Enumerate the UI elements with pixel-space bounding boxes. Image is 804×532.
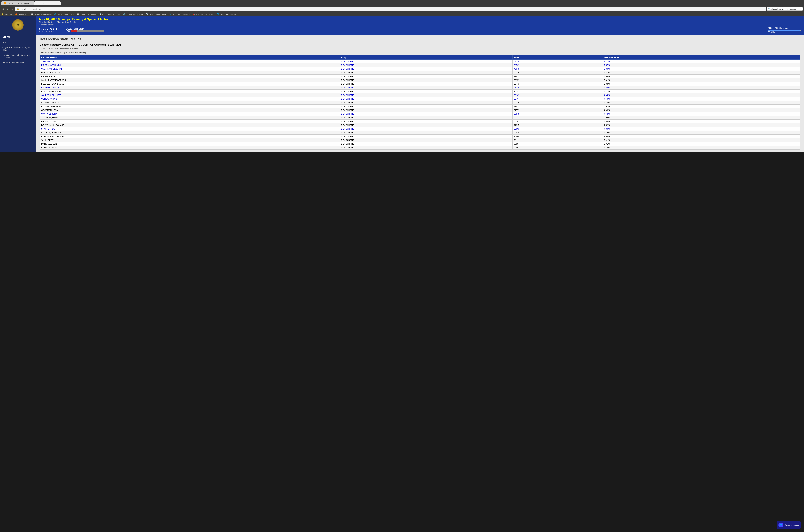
candidate-name: GOODMAN, LEON [40, 108, 340, 112]
public-count-label: 175713 Public Count [66, 28, 104, 30]
table-row: DEUTCHMAN, LEONARDDEMOCRATIC123251.52 % [40, 124, 800, 127]
bookmark-chevrolet[interactable]: 🚗 1973 Chevrolet k3500 ... [193, 13, 216, 15]
bookmark-newsworks[interactable]: 📰 NewsWorks - Adminis... [31, 13, 53, 15]
candidate-link[interactable]: TSAI, STELLA [41, 60, 54, 62]
candidate-name[interactable]: JOHNSON, SHANESE [40, 93, 340, 97]
table-row: GOODMAN, LEONDEMOCRATIC327794.03 % [40, 108, 800, 112]
party-link[interactable]: DEMOCRATIC [341, 87, 354, 89]
search-bar[interactable]: 🔍 philadelphia city commisioners [767, 7, 803, 11]
back-button[interactable]: ◀ [1, 7, 5, 11]
bookmark-city-philly2[interactable]: 🌐 City of Philadelphia - ... [217, 13, 238, 15]
table-row: MARSHALL, JONDEMOCRATIC73980.91 % [40, 142, 800, 146]
candidate-link[interactable]: KRISTIANSSON, VIKKI [41, 64, 62, 66]
pct-link[interactable]: 5.30 % [604, 68, 610, 70]
table-row: COHEN, MARK BDEMOCRATIC357674.40 % [40, 97, 800, 101]
votes-link[interactable]: 43079 [514, 68, 519, 70]
bookmark-getting-started[interactable]: 🔥 Getting Started [15, 13, 30, 15]
new-tab-button[interactable]: + [61, 1, 65, 5]
pct-link[interactable]: 7.57 % [604, 64, 610, 66]
election-category: Election Category: JUDGE OF THE COURT OF… [40, 43, 800, 46]
bookmark-daily-story[interactable]: 📋 Daily Story List - Goog... [99, 13, 122, 15]
candidate-name: MAJOR, RANIA [40, 75, 340, 78]
pct-link[interactable]: 4.74 % [604, 113, 610, 115]
candidate-votes: 23443 [513, 82, 603, 86]
candidate-pct: 2.88 % [603, 82, 800, 86]
party-link[interactable]: DEMOCRATIC [341, 94, 354, 96]
bookmark-broadcast[interactable]: 📺 Broadcast | ENG Mobil... [169, 13, 192, 15]
candidate-link[interactable]: JOHNSON, SHANESE [41, 94, 61, 96]
party-link[interactable]: DEMOCRATIC [341, 68, 354, 70]
candidate-party: DEMOCRATIC [340, 71, 513, 75]
candidate-votes: 43079 [513, 67, 603, 71]
bookmark-philly-daily[interactable]: 📰 Philadelphia Daily Ne... [77, 13, 98, 15]
bookmark-comrex[interactable]: 🔗 Comrex BRIC-Link Mi... [123, 13, 145, 15]
party-link[interactable]: DEMOCRATIC [341, 64, 354, 66]
sidebar-item-ward-division[interactable]: Election Results by Ward and Division [0, 53, 36, 60]
url-display: phillyelectionsresults.com [20, 8, 764, 10]
tab-home[interactable]: Home ✕ [34, 1, 60, 5]
bookmark-city-philly[interactable]: 🌐 City of Philadelphia - ... [54, 13, 75, 15]
party-link[interactable]: DEMOCRATIC [341, 98, 354, 100]
pct-link[interactable]: 4.40 % [604, 98, 610, 100]
votes-link[interactable]: 61539 [514, 64, 519, 66]
precincts-completed: 98.34 % 1658/1686 Precincts Completed. [40, 48, 800, 50]
candidate-pct: 7.57 % [603, 63, 800, 67]
table-row: MCLAUGHLIN, BRIANDEMOCRATIC257923.17 % [40, 90, 800, 93]
table-row: WAHL, BETSYDEMOCRATIC610.01 % [40, 138, 800, 142]
table-row: KRISTIANSSON, VIKKIDEMOCRATIC615397.57 % [40, 63, 800, 67]
votes-link[interactable]: 35767 [514, 98, 519, 100]
refresh-button[interactable]: ↻ [11, 7, 14, 11]
candidate-name[interactable]: FURLONG, VINCENT [40, 86, 340, 90]
candidate-name[interactable]: CANTY, DEBORAH [40, 112, 340, 116]
tab-newsworks[interactable]: 🟧 NewsWorks - Administration ✕ [1, 1, 34, 5]
bookmark-flyaway[interactable]: 📡 Flyaway Mobile Satelli... [146, 13, 168, 15]
reporting-label-group: Reporting Statistics As of 12:45:01 PM [39, 28, 59, 32]
page-title: Hot Election Static Results [40, 37, 800, 41]
candidate-party: DEMOCRATIC [340, 60, 513, 63]
reporting-label: Reporting Statistics [39, 28, 59, 30]
candidate-party: DEMOCRATIC [340, 67, 513, 71]
candidate-link[interactable]: COHEN, MARK B [41, 98, 57, 100]
candidate-party: DEMOCRATIC [340, 146, 513, 150]
votes-link[interactable]: 35326 [514, 87, 519, 89]
sidebar: ⚜ Menu Home Citywide Election Results, a… [0, 16, 36, 152]
candidate-name: MARSHALL, JON [40, 142, 340, 146]
address-bar[interactable]: 🔒 phillyelectionsresults.com [15, 7, 766, 12]
table-row: JOHNSON, SHANESEDEMOCRATIC361094.44 % [40, 93, 800, 97]
candidate-link[interactable]: CIANFRANI, DEBORAH [41, 68, 63, 70]
tab-home-close[interactable]: ✕ [42, 2, 44, 4]
pct-link[interactable]: 4.34 % [604, 87, 610, 89]
candidate-link[interactable]: SHAFFER, ZAC [41, 128, 55, 130]
candidate-party: DEMOCRATIC [340, 90, 513, 93]
votes-link[interactable]: 38545 [514, 113, 519, 115]
candidate-name[interactable]: KRISTIANSSON, VIKKI [40, 63, 340, 67]
pct-link[interactable]: 4.80 % [604, 128, 610, 130]
sidebar-item-export[interactable]: Export Election Results [0, 60, 36, 65]
pct-link[interactable]: 7.72 % [604, 60, 610, 62]
candidate-party: DEMOCRATIC [340, 93, 513, 97]
votes-link[interactable]: 39003 [514, 128, 519, 130]
party-link[interactable]: DEMOCRATIC [341, 128, 354, 130]
candidate-name[interactable]: CIANFRANI, DEBORAH [40, 67, 340, 71]
bookmark-most-visited[interactable]: ⭐ Most Visited [1, 13, 14, 15]
candidate-name[interactable]: COHEN, MARK B [40, 97, 340, 101]
forward-button[interactable]: ▶ [6, 7, 10, 11]
candidate-party: DEMOCRATIC [340, 78, 513, 82]
election-sub1: Philadelphia County Machine Only Results [39, 21, 801, 23]
candidate-name[interactable]: SHAFFER, ZAC [40, 127, 340, 131]
tab-newsworks-close[interactable]: ✕ [30, 2, 32, 4]
candidate-votes: 33375 [513, 101, 603, 104]
candidate-link[interactable]: FURLONG, VINCENT [41, 87, 60, 89]
sidebar-item-citywide[interactable]: Citywide Election Results, all Offices [0, 45, 36, 53]
party-link[interactable]: DEMOCRATIC [341, 113, 354, 115]
candidate-name: SCHULTZ, JENNIFER [40, 131, 340, 135]
votes-link[interactable]: 36109 [514, 94, 519, 96]
party-link[interactable]: DEMOCRATIC [341, 60, 354, 62]
candidate-votes: 23940 [513, 135, 603, 138]
candidate-link[interactable]: CANTY, DEBORAH [41, 113, 58, 115]
candidate-name[interactable]: TSAI, STELLA [40, 60, 340, 63]
votes-link[interactable]: 62754 [514, 60, 519, 62]
sidebar-item-home[interactable]: Home [0, 40, 36, 45]
table-row: SCHULTZ, JENNIFERDEMOCRATIC334704.12 % [40, 131, 800, 135]
pct-link[interactable]: 4.44 % [604, 94, 610, 96]
